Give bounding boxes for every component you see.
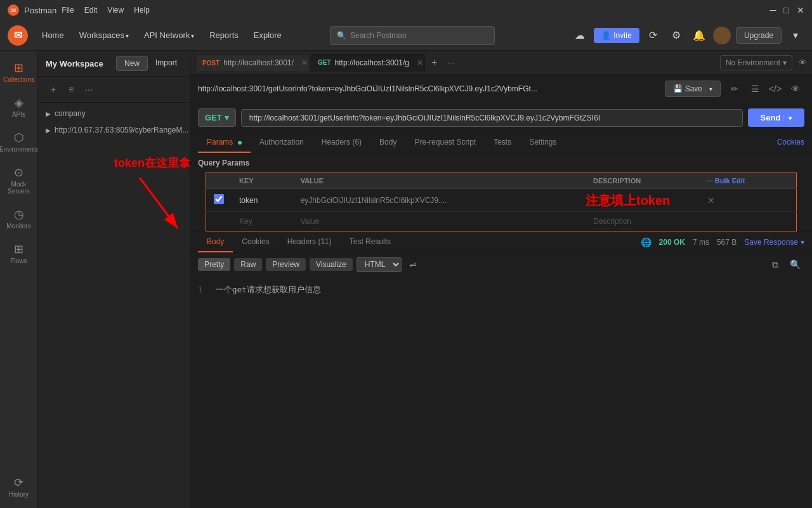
visualize-btn[interactable]: Visualize (310, 258, 353, 271)
workspace-buttons: New Import (116, 56, 182, 71)
request-tabs: Params Authorization Headers (6) Body Pr… (190, 133, 812, 153)
empty-param-row: Key Value Description (206, 212, 797, 231)
cookies-link[interactable]: Cookies (777, 133, 804, 153)
sidebar-item-collections[interactable]: ⊞ Collections (2, 56, 36, 88)
save-button[interactable]: 💾 Save ▾ (665, 81, 721, 97)
add-tab-icon[interactable]: + (426, 55, 442, 71)
th-description: DESCRIPTION (586, 173, 700, 189)
sidebar-item-environments[interactable]: ⬡ Environments (2, 126, 36, 158)
resp-tab-cookies[interactable]: Cookies (233, 232, 278, 252)
req-tab-body[interactable]: Body (370, 133, 405, 153)
send-button[interactable]: Send ▾ (748, 108, 804, 127)
env-label: No Environment (726, 58, 780, 67)
sidebar-item-mock-servers[interactable]: ⊙ Mock Servers (2, 160, 36, 200)
nav-workspaces[interactable]: Workspaces▾ (73, 27, 135, 44)
req-tab-pre-request[interactable]: Pre-request Script (405, 133, 485, 153)
search-response-icon[interactable]: 🔍 (786, 257, 804, 271)
app-logo[interactable]: ✉ (8, 25, 28, 46)
close-btn[interactable]: ✕ (797, 5, 804, 15)
preview-btn[interactable]: Preview (266, 258, 306, 271)
nav-reports[interactable]: Reports (203, 27, 245, 44)
more-tabs-icon[interactable]: ··· (443, 55, 458, 70)
resp-tab-body[interactable]: Body (198, 232, 233, 252)
environment-selector[interactable]: No Environment ▾ (720, 55, 792, 70)
nav-api-network[interactable]: API Network▾ (138, 27, 200, 44)
workspace-bar: My Workspace New Import (38, 51, 190, 77)
language-selector[interactable]: HTML (357, 257, 402, 272)
save-response-button[interactable]: Save Response ▾ (744, 238, 804, 247)
send-dropdown-icon[interactable]: ▾ (783, 115, 792, 122)
sidebar-collection-cyberrange[interactable]: ▶ http://10.67.37.63:8059/cyberRangeM... (38, 122, 190, 138)
edit-icon[interactable]: ✏ (726, 80, 743, 98)
req-tab-headers[interactable]: Headers (6) (313, 133, 370, 153)
req-tab-settings[interactable]: Settings (520, 133, 565, 153)
resp-tab-test-results[interactable]: Test Results (341, 232, 400, 252)
empty-desc-cell[interactable]: Description (586, 212, 700, 231)
refresh-icon[interactable]: ⟳ (645, 27, 662, 44)
url-input[interactable] (241, 109, 743, 127)
new-button[interactable]: New (116, 56, 148, 71)
tab-post[interactable]: POST http://localhost:3001/ ✕ (195, 54, 310, 71)
description-icon[interactable]: ☰ (746, 80, 764, 98)
more-options-icon[interactable]: ··· (81, 82, 96, 97)
params-more-icon[interactable]: ··· (707, 177, 713, 185)
req-tab-tests[interactable]: Tests (485, 133, 520, 153)
settings-icon[interactable]: ⚙ (667, 27, 685, 44)
titlebar-controls: ─ □ ✕ (770, 5, 804, 15)
empty-check (206, 212, 232, 231)
sync-icon[interactable]: ☁ (571, 27, 589, 44)
sidebar-item-apis[interactable]: ◈ APIs (2, 91, 36, 123)
raw-btn[interactable]: Raw (234, 258, 262, 271)
tab-get[interactable]: GET http://localhost:3001/g ✕ (311, 54, 425, 72)
eye-icon[interactable]: 👁 (799, 58, 807, 67)
import-button[interactable]: Import (150, 56, 182, 71)
monitors-label: Monitors (6, 223, 30, 230)
eye-icon-2[interactable]: 👁 (787, 80, 804, 98)
param-value-value[interactable]: eyJhbGciOiJIUzI1NilslnR5cCl6lkpXVCJ9.... (301, 196, 447, 205)
nav-home[interactable]: Home (36, 27, 70, 44)
filter-icon[interactable]: ≡ (63, 82, 79, 97)
sidebar-item-flows[interactable]: ⊞ Flows (2, 237, 36, 270)
empty-key-cell[interactable]: Key (232, 212, 293, 231)
menu-edit[interactable]: Edit (84, 6, 98, 15)
menu-view[interactable]: View (107, 6, 124, 15)
bulk-edit-button[interactable]: Bulk Edit (715, 177, 745, 185)
sidebar-collection-company[interactable]: ▶ company (38, 105, 190, 122)
response-content: 一个get请求想获取用户信息 (216, 285, 321, 294)
add-collection-icon[interactable]: + (46, 82, 61, 97)
req-tab-params[interactable]: Params (198, 133, 251, 153)
code-icon[interactable]: </> (766, 80, 784, 98)
request-breadcrumb: http://localhost:3001/getUserInfo?token=… (198, 84, 660, 93)
user-avatar[interactable] (713, 27, 731, 44)
nav-explore[interactable]: Explore (247, 27, 288, 44)
resp-tab-headers[interactable]: Headers (11) (278, 232, 341, 252)
upgrade-button[interactable]: Upgrade (736, 27, 782, 44)
sidebar-item-history[interactable]: ⟳ History (2, 471, 36, 503)
empty-value-cell[interactable]: Value (293, 212, 586, 231)
param-checkbox[interactable] (214, 194, 224, 204)
copy-icon[interactable]: ⧉ (768, 257, 782, 272)
toolbar-icons: ✏ ☰ </> 👁 (726, 80, 804, 98)
empty-value-placeholder: Value (301, 217, 320, 226)
req-tab-authorization[interactable]: Authorization (251, 133, 313, 153)
menu-help[interactable]: Help (134, 6, 150, 15)
line-number-1: 1 (198, 285, 203, 294)
menu-file[interactable]: File (62, 6, 74, 15)
bell-icon[interactable]: 🔔 (690, 27, 708, 44)
wrap-icon[interactable]: ⇌ (405, 257, 421, 271)
sidebar-icons: ⊞ Collections ◈ APIs ⬡ Environments ⊙ Mo… (0, 51, 38, 508)
search-bar[interactable]: 🔍 Search Postman (330, 26, 495, 45)
pretty-btn[interactable]: Pretty (198, 258, 230, 271)
chevron-down-icon[interactable]: ▾ (787, 27, 804, 44)
maximize-btn[interactable]: □ (784, 5, 789, 15)
sidebar-item-monitors[interactable]: ◷ Monitors (2, 202, 36, 235)
tab-close-get[interactable]: ✕ (417, 58, 423, 67)
invite-button[interactable]: 👤 Invite (594, 28, 639, 43)
method-selector[interactable]: GET ▾ (198, 108, 236, 127)
request-bar: http://localhost:3001/getUserInfo?token=… (190, 75, 812, 103)
tab-close-post[interactable]: ✕ (301, 58, 308, 67)
minimize-btn[interactable]: ─ (770, 5, 776, 15)
param-key-value[interactable]: token (239, 196, 258, 205)
delete-param-icon[interactable]: ✕ (707, 195, 715, 205)
save-dropdown-icon[interactable]: ▾ (705, 86, 712, 93)
